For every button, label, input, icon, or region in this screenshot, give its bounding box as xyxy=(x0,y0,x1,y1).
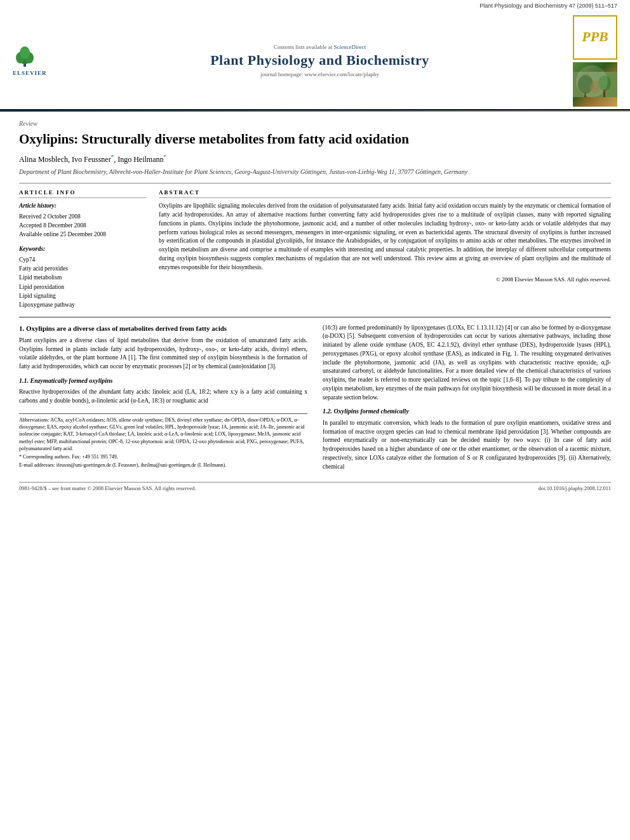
abstract-column: ABSTRACT Oxylipins are lipophilic signal… xyxy=(159,189,611,310)
subsection1-1-p1: Reactive hydroperoxides of the abundant … xyxy=(19,388,307,406)
bottom-bar: 0981-9428/$ – see front matter © 2008 El… xyxy=(19,482,611,493)
svg-point-7 xyxy=(598,76,611,91)
journal-homepage: journal homepage: www.elsevier.com/locat… xyxy=(73,70,566,79)
accepted-date: Accepted 8 December 2008 xyxy=(19,222,146,230)
ppb-logo: PPB xyxy=(573,15,617,60)
journal-header: ELSEVIER Contents lists available at Sci… xyxy=(0,11,630,110)
sciencedirect-link[interactable]: ScienceDirect xyxy=(334,44,366,50)
keyword-cyp74: Cyp74 xyxy=(19,256,146,264)
available-date: Available online 25 December 2008 xyxy=(19,230,146,239)
sciencedirect-line: Contents lists available at ScienceDirec… xyxy=(73,43,566,51)
elsevier-logo: ELSEVIER xyxy=(13,43,67,78)
body-content: 1. Oxylipins are a diverse class of meta… xyxy=(19,324,611,476)
article-divider xyxy=(19,183,611,183)
doi-line: doi:10.1016/j.plaphy.2008.12.011 xyxy=(538,485,611,493)
abstract-heading: ABSTRACT xyxy=(159,189,611,199)
left-column: 1. Oxylipins are a diverse class of meta… xyxy=(19,324,307,476)
abstract-text: Oxylipins are lipophilic signaling molec… xyxy=(159,202,611,272)
journal-header-center: Contents lists available at ScienceDirec… xyxy=(67,43,573,79)
email-note: E-mail addresses: ifeussn@uni-goettingen… xyxy=(19,462,307,469)
subsection1-2-title: 1.2. Oxylipins formed chemically xyxy=(323,407,611,417)
article-body: Review Oxylipins: Structurally diverse m… xyxy=(0,112,630,503)
keyword-fa-peroxides: Fatty acid peroxides xyxy=(19,265,146,273)
copyright-line: © 2008 Elsevier Masson SAS. All rights r… xyxy=(159,276,611,284)
article-info-abstract-section: ARTICLE INFO Article history: Received 2… xyxy=(19,189,611,310)
affiliation: Department of Plant Biochemistry, Albrec… xyxy=(19,168,611,177)
svg-rect-9 xyxy=(584,92,586,97)
article-info-column: ARTICLE INFO Article history: Received 2… xyxy=(19,189,146,310)
journal-title: Plant Physiology and Biochemistry xyxy=(73,52,566,69)
journal-citation: Plant Physiology and Biochemistry 47 (20… xyxy=(479,3,617,9)
received-date: Received 2 October 2008 xyxy=(19,213,146,221)
authors: Alina Mosblech, Ivo Feussner*, Ingo Heil… xyxy=(19,153,611,165)
subsection1-1-title: 1.1. Enzymatically formed oxylipins xyxy=(19,377,307,386)
keyword-lipid-signaling: Lipid signaling xyxy=(19,292,146,300)
article-info-heading: ARTICLE INFO xyxy=(19,189,146,199)
right-column: (16:3) are formed predominantly by lipox… xyxy=(323,324,611,476)
keyword-lipid-metabolism: Lipid metabolism xyxy=(19,274,146,282)
corresponding-note: * Corresponding authors. Fax: +49 551 39… xyxy=(19,453,307,460)
abbreviations-note: Abbreviations: ACXs, acyl-CoA oxidases; … xyxy=(19,417,307,452)
footnotes: Abbreviations: ACXs, acyl-CoA oxidases; … xyxy=(19,413,307,469)
svg-point-8 xyxy=(590,81,600,94)
keyword-lox-pathway: Lipoxygenase pathway xyxy=(19,301,146,309)
subsection1-2-p1: In parallel to enzymatic conversion, whi… xyxy=(323,419,611,472)
svg-point-6 xyxy=(578,75,593,94)
section1-p1: Plant oxylipins are a diverse class of l… xyxy=(19,337,307,371)
keyword-lipid-peroxidation: Lipid peroxidation xyxy=(19,283,146,291)
body-divider xyxy=(19,317,611,317)
article-type-label: Review xyxy=(19,119,611,128)
keywords-label: Keywords: xyxy=(19,245,146,253)
issn-line: 0981-9428/$ – see front matter © 2008 El… xyxy=(19,485,196,493)
article-history-label: Article history: xyxy=(19,202,146,210)
section1-title: 1. Oxylipins are a diverse class of meta… xyxy=(19,324,307,333)
journal-cover-image xyxy=(573,62,617,107)
article-title: Oxylipins: Structurally diverse metaboli… xyxy=(19,131,611,148)
svg-rect-10 xyxy=(603,90,605,97)
elsevier-label: ELSEVIER xyxy=(13,69,47,77)
section1-right-p1: (16:3) are formed predominantly by lipox… xyxy=(323,324,611,403)
svg-point-4 xyxy=(20,46,30,59)
